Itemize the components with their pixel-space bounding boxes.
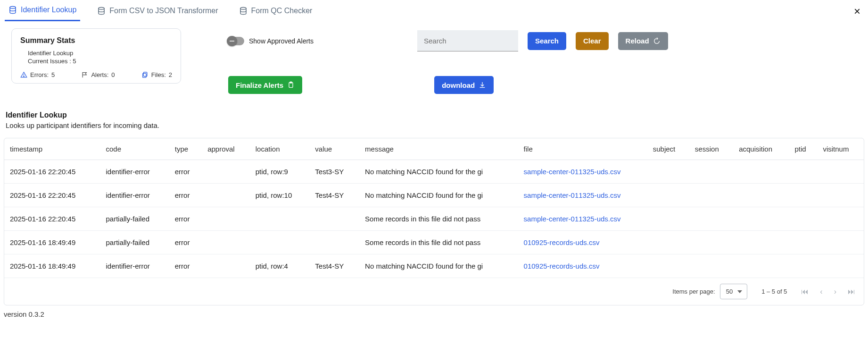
svg-rect-5: [142, 73, 146, 77]
database-icon: [239, 7, 248, 15]
version-label: version 0.3.2: [4, 310, 44, 318]
reload-button[interactable]: Reload: [618, 32, 668, 50]
paginator: Items per page: 50 1 – 5 of 5 ⏮ ‹ › ⏭: [4, 278, 864, 305]
table-cell-acquisition: [733, 207, 789, 231]
table-cell-approval: [202, 231, 250, 254]
table-header[interactable]: type: [169, 138, 202, 160]
table-row[interactable]: 2025-01-16 22:20:45partially-failederror…: [4, 207, 864, 231]
table-cell-subject: [647, 207, 689, 231]
table-cell-file: sample-center-011325-uds.csv: [518, 184, 647, 207]
table-header[interactable]: value: [309, 138, 359, 160]
per-page-label: Items per page:: [672, 288, 715, 295]
table-cell-ptid: [789, 254, 817, 278]
table-cell-value: [309, 207, 359, 231]
table-cell-acquisition: [733, 231, 789, 254]
svg-point-2: [240, 7, 246, 9]
close-icon[interactable]: ×: [854, 5, 860, 18]
table-row[interactable]: 2025-01-16 22:20:45identifier-errorerror…: [4, 184, 864, 207]
table-cell-message: No matching NACCID found for the gi: [359, 254, 518, 278]
tab-label: Form QC Checker: [251, 7, 313, 15]
table-header[interactable]: timestamp: [4, 138, 100, 160]
download-icon: [479, 81, 486, 89]
file-link[interactable]: sample-center-011325-uds.csv: [524, 168, 621, 176]
button-label: Clear: [583, 37, 601, 45]
table-cell-message: No matching NACCID found for the gi: [359, 184, 518, 207]
table-cell-location: ptid, row:9: [250, 160, 310, 184]
database-icon: [8, 6, 17, 14]
last-page-button[interactable]: ⏭: [848, 287, 855, 296]
table-cell-location: ptid, row:10: [250, 184, 310, 207]
table-cell-location: ptid, row:4: [250, 254, 310, 278]
table-cell-location: [250, 231, 310, 254]
table-cell-session: [689, 231, 733, 254]
table-header[interactable]: session: [689, 138, 733, 160]
first-page-button[interactable]: ⏮: [801, 287, 809, 296]
stat-alerts: Alerts:0: [81, 71, 115, 78]
table-header[interactable]: file: [518, 138, 647, 160]
download-button[interactable]: download: [434, 76, 494, 94]
table-cell-message: Some records in this file did not pass: [359, 231, 518, 254]
tab-identifier-lookup[interactable]: Identifier Lookup: [5, 1, 80, 21]
stat-files-label: Files:: [151, 71, 166, 78]
file-link[interactable]: 010925-records-uds.csv: [524, 262, 600, 270]
stat-errors-count: 5: [51, 71, 55, 78]
table-cell-type: error: [169, 184, 202, 207]
table-header[interactable]: location: [250, 138, 310, 160]
table-row[interactable]: 2025-01-16 18:49:49partially-failederror…: [4, 231, 864, 254]
per-page-select[interactable]: 50: [720, 284, 747, 299]
table-row[interactable]: 2025-01-16 18:49:49identifier-errorerror…: [4, 254, 864, 278]
table-cell-approval: [202, 254, 250, 278]
table-header[interactable]: message: [359, 138, 518, 160]
tab-bar: Identifier Lookup Form CSV to JSON Trans…: [0, 0, 868, 22]
clipboard-icon: [287, 81, 295, 89]
file-link[interactable]: 010925-records-uds.csv: [524, 238, 600, 246]
table-cell-acquisition: [733, 254, 789, 278]
tab-form-qc-checker[interactable]: Form QC Checker: [235, 1, 316, 21]
table-cell-file: sample-center-011325-uds.csv: [518, 207, 647, 231]
button-label: Reload: [626, 37, 649, 45]
table-cell-code: identifier-error: [100, 184, 169, 207]
table-cell-session: [689, 160, 733, 184]
table-cell-value: Test4-SY: [309, 254, 359, 278]
stat-alerts-count: 0: [111, 71, 115, 78]
table-cell-visitnum: [817, 184, 864, 207]
table-cell-subject: [647, 160, 689, 184]
table-cell-visitnum: [817, 231, 864, 254]
search-input[interactable]: [417, 30, 518, 51]
next-page-button[interactable]: ›: [834, 287, 836, 296]
table-cell-timestamp: 2025-01-16 22:20:45: [4, 160, 100, 184]
stat-errors: Errors:5: [20, 71, 55, 78]
warning-icon: [20, 71, 27, 78]
table-cell-approval: [202, 160, 250, 184]
table-cell-timestamp: 2025-01-16 22:20:45: [4, 184, 100, 207]
summary-stats-card: Summary Stats Identifier Lookup Current …: [11, 28, 181, 84]
table-cell-timestamp: 2025-01-16 18:49:49: [4, 231, 100, 254]
tab-form-csv-json[interactable]: Form CSV to JSON Transformer: [93, 1, 222, 21]
table-cell-message: No matching NACCID found for the gi: [359, 160, 518, 184]
table-header[interactable]: visitnum: [817, 138, 864, 160]
file-link[interactable]: sample-center-011325-uds.csv: [524, 191, 621, 199]
table-header[interactable]: subject: [647, 138, 689, 160]
stat-files: Files:2: [141, 71, 172, 78]
show-approved-toggle[interactable]: [228, 37, 244, 45]
table-header[interactable]: acquisition: [733, 138, 789, 160]
table-cell-acquisition: [733, 184, 789, 207]
table-cell-ptid: [789, 184, 817, 207]
table-cell-acquisition: [733, 160, 789, 184]
table-cell-subject: [647, 184, 689, 207]
clear-button[interactable]: Clear: [576, 32, 609, 50]
table-cell-file: sample-center-011325-uds.csv: [518, 160, 647, 184]
table-cell-value: [309, 231, 359, 254]
table-header[interactable]: approval: [202, 138, 250, 160]
table-header[interactable]: ptid: [789, 138, 817, 160]
prev-page-button[interactable]: ‹: [820, 287, 822, 296]
file-link[interactable]: sample-center-011325-uds.csv: [524, 215, 621, 223]
table-header[interactable]: code: [100, 138, 169, 160]
table-cell-timestamp: 2025-01-16 22:20:45: [4, 207, 100, 231]
tab-label: Identifier Lookup: [21, 6, 76, 14]
table-row[interactable]: 2025-01-16 22:20:45identifier-errorerror…: [4, 160, 864, 184]
search-button[interactable]: Search: [528, 32, 566, 50]
finalize-alerts-button[interactable]: Finalize Alerts: [228, 76, 302, 94]
summary-title: Summary Stats: [20, 36, 172, 45]
table-cell-type: error: [169, 160, 202, 184]
